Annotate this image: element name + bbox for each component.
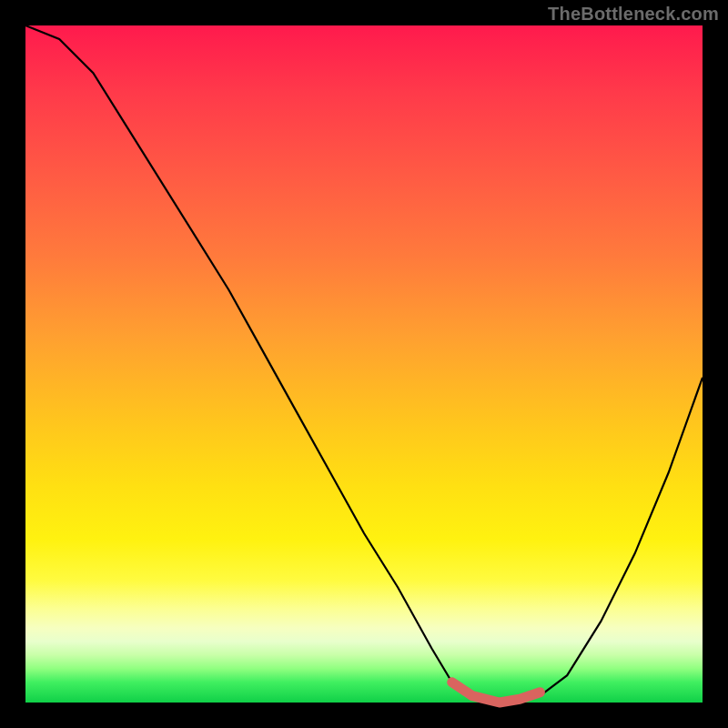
chart-svg (25, 25, 703, 703)
optimal-band-marker (452, 682, 541, 703)
chart-plot-area (25, 25, 703, 703)
bottleneck-curve (25, 25, 703, 703)
chart-frame: TheBottleneck.com (0, 0, 728, 728)
attribution-text: TheBottleneck.com (548, 4, 719, 25)
